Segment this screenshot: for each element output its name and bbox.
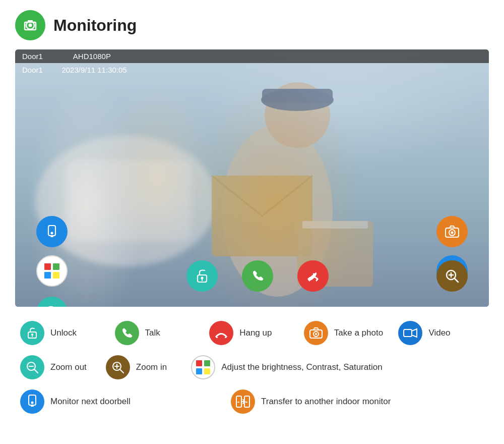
legend-hangup: Hang up [209, 321, 295, 345]
svg-rect-9 [262, 89, 333, 103]
osd-sub-channel: Door1 [22, 66, 43, 74]
svg-rect-20 [44, 272, 51, 279]
hangup-button[interactable] [297, 260, 329, 292]
svg-rect-25 [198, 275, 207, 282]
svg-rect-50 [196, 360, 202, 366]
color-adjust-button[interactable] [36, 255, 68, 287]
svg-rect-5 [66, 160, 192, 241]
legend-hangup-icon [209, 321, 233, 345]
svg-line-45 [34, 369, 38, 373]
svg-point-55 [31, 402, 34, 404]
svg-rect-53 [204, 368, 210, 374]
svg-rect-21 [53, 272, 59, 279]
doorbell-button[interactable] [36, 216, 68, 247]
legend-row-2: Zoom out Zoom in [20, 355, 484, 379]
svg-rect-15 [48, 226, 55, 236]
svg-point-32 [447, 270, 456, 280]
legend-talk-label: Talk [145, 328, 160, 338]
osd-bar: Door1 AHD1080P [15, 49, 489, 63]
osd-datetime: 2023/9/11 11:30:05 [61, 66, 127, 74]
legend-zoomout-label: Zoom out [50, 362, 87, 372]
page-header: Monitoring [15, 10, 489, 40]
osd-channel: Door1 [22, 52, 43, 61]
talk-button[interactable] [242, 260, 273, 292]
legend-transfer: Transfer to another indoor monitor [231, 390, 484, 414]
legend-video: Video [398, 321, 484, 345]
osd-sub: Door1 2023/9/11 11:30:05 [22, 66, 127, 74]
legend-doorbell-icon [20, 390, 44, 414]
svg-rect-42 [404, 329, 412, 337]
legend-row-3: Monitor next doorbell Transfer to anothe… [20, 390, 484, 414]
svg-rect-14 [302, 221, 368, 229]
legend-unlock: Unlock [20, 321, 106, 345]
legend-video-icon [398, 321, 422, 345]
svg-rect-51 [204, 360, 210, 366]
svg-rect-18 [44, 263, 51, 270]
legend-zoomout-icon [20, 355, 44, 379]
svg-line-49 [120, 369, 123, 373]
svg-rect-56 [31, 405, 34, 407]
svg-rect-28 [446, 228, 459, 237]
svg-point-1 [29, 24, 32, 27]
legend-zoomout: Zoom out [20, 355, 87, 379]
legend-row-1: Unlock Talk Hang up [20, 321, 484, 345]
svg-rect-17 [50, 236, 53, 237]
legend-unlock-icon [20, 321, 44, 345]
zoom-in-button[interactable] [436, 260, 468, 292]
legend-unlock-label: Unlock [50, 328, 77, 338]
svg-point-30 [451, 232, 454, 234]
unlock-button[interactable] [186, 260, 218, 292]
video-container: Door1 AHD1080P Door1 2023/9/11 11:30:05 [15, 49, 489, 307]
legend-zoomin: Zoom in [106, 355, 167, 379]
legend-transfer-icon [231, 390, 255, 414]
monitoring-camera-icon [22, 17, 39, 34]
legend-hangup-label: Hang up [239, 328, 272, 338]
legend-adjust-icon [191, 355, 215, 379]
legend-zoomin-label: Zoom in [136, 362, 167, 372]
legend-doorbell-label: Monitor next doorbell [50, 397, 131, 407]
photo-button[interactable] [436, 216, 468, 247]
svg-point-26 [201, 277, 204, 280]
legend-doorbell: Monitor next doorbell [20, 390, 222, 414]
legend-zoomin-icon [106, 355, 130, 379]
legend-video-label: Video [428, 328, 450, 338]
svg-point-29 [449, 230, 455, 236]
header-icon-wrap [15, 10, 45, 40]
legend-talk-icon [115, 321, 139, 345]
svg-line-35 [455, 279, 458, 282]
svg-rect-19 [53, 263, 59, 270]
osd-resolution: AHD1080P [73, 52, 111, 61]
svg-point-16 [51, 232, 53, 235]
legend-photo: Take a photo [304, 321, 390, 345]
legend-adjust: Adjust the brightness, Contrast, Saturat… [191, 355, 484, 379]
video-feed: Door1 AHD1080P Door1 2023/9/11 11:30:05 [15, 49, 489, 307]
svg-rect-52 [196, 368, 202, 374]
legend-adjust-label: Adjust the brightness, Contrast, Saturat… [221, 362, 382, 372]
legend-photo-label: Take a photo [334, 328, 383, 338]
legend-talk: Talk [115, 321, 201, 345]
page-title: Monitoring [53, 16, 137, 35]
legend-section: Unlock Talk Hang up [15, 321, 489, 414]
legend-photo-icon [304, 321, 328, 345]
legend-transfer-label: Transfer to another indoor monitor [261, 397, 391, 407]
svg-point-41 [315, 333, 317, 335]
